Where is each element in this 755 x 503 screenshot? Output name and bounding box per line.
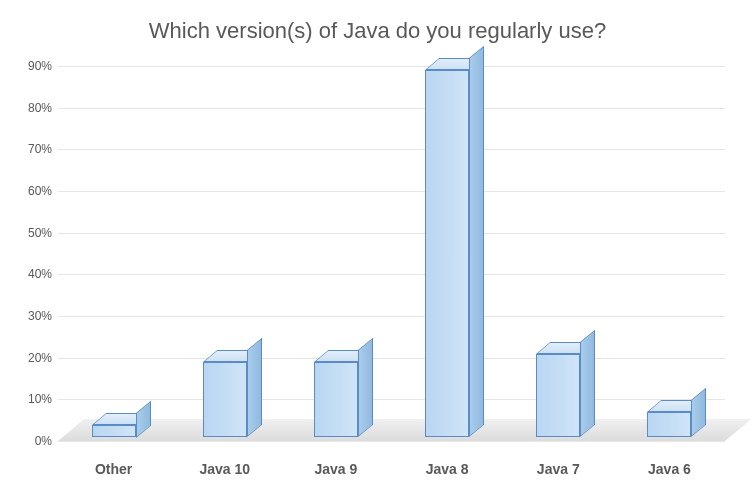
y-tick-label: 10% <box>28 392 58 406</box>
y-tick-label: 60% <box>28 184 58 198</box>
bar-side-face <box>247 338 262 437</box>
bar-slot <box>392 66 503 441</box>
bar-slot <box>614 66 725 441</box>
bar <box>314 362 358 437</box>
bar-side-face <box>469 46 484 437</box>
bar-front-face <box>425 70 469 437</box>
x-tick-label: Java 10 <box>169 461 280 477</box>
bar-slot <box>280 66 391 441</box>
bar <box>425 70 469 437</box>
x-tick-label: Java 6 <box>614 461 725 477</box>
x-axis-labels: OtherJava 10Java 9Java 8Java 7Java 6 <box>58 461 725 477</box>
bar-front-face <box>647 412 691 437</box>
bar-front-face <box>92 425 136 438</box>
y-tick-label: 0% <box>35 434 58 448</box>
bar-slot <box>169 66 280 441</box>
bars <box>58 66 725 441</box>
bar <box>92 425 136 438</box>
y-tick-label: 80% <box>28 101 58 115</box>
bar <box>647 412 691 437</box>
chart: Which version(s) of Java do you regularl… <box>0 0 755 503</box>
gridline <box>58 441 725 442</box>
bar-side-face <box>358 338 373 437</box>
bar-side-face <box>580 330 595 437</box>
y-tick-label: 50% <box>28 226 58 240</box>
y-tick-label: 40% <box>28 267 58 281</box>
plot-area: 0%10%20%30%40%50%60%70%80%90% <box>58 56 725 451</box>
bar <box>536 354 580 437</box>
x-tick-label: Other <box>58 461 169 477</box>
chart-title: Which version(s) of Java do you regularl… <box>10 18 745 44</box>
bar-slot <box>503 66 614 441</box>
bar-side-face <box>691 388 706 437</box>
y-tick-label: 90% <box>28 59 58 73</box>
bar-front-face <box>314 362 358 437</box>
bar-front-face <box>203 362 247 437</box>
x-tick-label: Java 9 <box>280 461 391 477</box>
x-tick-label: Java 8 <box>392 461 503 477</box>
bar-side-face <box>136 400 151 437</box>
bar <box>203 362 247 437</box>
bar-front-face <box>536 354 580 437</box>
x-tick-label: Java 7 <box>503 461 614 477</box>
y-tick-label: 30% <box>28 309 58 323</box>
bar-slot <box>58 66 169 441</box>
y-tick-label: 70% <box>28 142 58 156</box>
y-tick-label: 20% <box>28 351 58 365</box>
